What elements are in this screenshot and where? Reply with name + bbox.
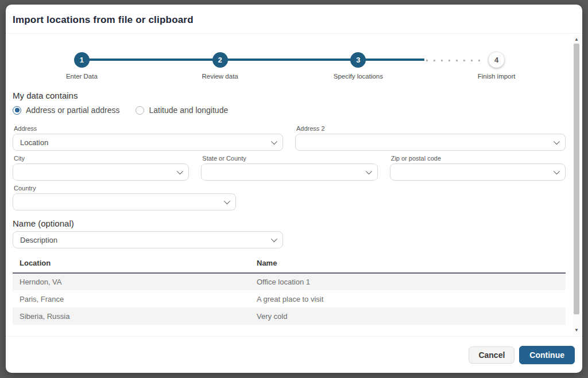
name-optional-heading: Name (optional) — [13, 219, 566, 228]
column-header-location: Location — [13, 254, 250, 273]
import-locations-dialog: Import locations from file or clipboard … — [6, 5, 582, 373]
country-label: Country — [14, 185, 236, 192]
step-4-circle: 4 — [489, 52, 504, 68]
address-select[interactable]: Location — [13, 134, 283, 151]
chevron-down-icon — [554, 168, 560, 174]
vertical-scrollbar[interactable]: ▲ ▼ — [573, 35, 580, 335]
cell-location: Herndon, VA — [13, 273, 250, 290]
address-select-value: Location — [20, 138, 266, 147]
radio-latlong[interactable]: Latitude and longitude — [136, 106, 228, 115]
step-1-label: Enter Data — [66, 73, 98, 80]
cell-location: Siberia, Russia — [13, 307, 250, 325]
import-stepper: 1 Enter Data 2 Review data 3 Specify loc… — [13, 41, 566, 81]
dialog-footer: Cancel Continue — [6, 336, 582, 373]
address2-label: Address 2 — [296, 125, 566, 132]
scrollbar-thumb[interactable] — [574, 44, 579, 314]
table-row: Paris, France A great place to visit — [13, 290, 566, 307]
state-select[interactable] — [201, 163, 377, 181]
step-finish-import: 4 Finish import — [427, 41, 566, 81]
scroll-up-arrow-icon[interactable]: ▲ — [573, 36, 580, 43]
continue-button[interactable]: Continue — [519, 346, 575, 364]
cell-name: Office location 1 — [250, 273, 566, 290]
radio-latlong-label: Latitude and longitude — [149, 106, 228, 115]
table-row: Siberia, Russia Very cold — [13, 307, 566, 325]
scroll-down-arrow-icon[interactable]: ▼ — [573, 327, 580, 334]
dialog-content: 1 Enter Data 2 Review data 3 Specify loc… — [6, 34, 582, 336]
step-1-circle: 1 — [74, 52, 90, 68]
address-label: Address — [14, 125, 283, 132]
step-4-label: Finish import — [478, 73, 516, 80]
step-2-circle: 2 — [212, 52, 228, 68]
city-label: City — [14, 155, 189, 162]
cancel-button[interactable]: Cancel — [469, 346, 514, 364]
cell-location: Paris, France — [13, 290, 250, 307]
address2-select[interactable] — [295, 134, 566, 151]
column-header-name: Name — [250, 254, 566, 273]
step-specify-locations: 3 Specify locations — [289, 41, 428, 81]
chevron-down-icon — [271, 138, 277, 145]
name-select-value: Description — [20, 236, 266, 244]
radio-button-icon[interactable] — [136, 106, 144, 115]
chevron-down-icon — [224, 198, 230, 204]
step-review-data: 2 Review data — [151, 41, 289, 81]
locations-preview-table: Location Name Herndon, VA Office locatio… — [13, 254, 566, 325]
step-3-label: Specify locations — [334, 73, 383, 80]
dialog-body: 1 Enter Data 2 Review data 3 Specify loc… — [6, 34, 582, 336]
dialog-header: Import locations from file or clipboard — [6, 5, 582, 34]
country-select[interactable] — [13, 193, 236, 211]
chevron-down-icon — [365, 168, 372, 174]
cell-name: Very cold — [250, 307, 566, 325]
data-type-radio-group: Address or partial address Latitude and … — [13, 106, 566, 115]
step-3-circle: 3 — [350, 52, 366, 68]
name-select[interactable]: Description — [13, 231, 283, 248]
city-select[interactable] — [13, 163, 189, 181]
step-2-label: Review data — [202, 73, 238, 80]
zip-select[interactable] — [390, 163, 566, 181]
table-row: Herndon, VA Office location 1 — [13, 273, 566, 290]
chevron-down-icon — [177, 168, 183, 174]
zip-label: Zip or postal code — [391, 155, 566, 162]
state-label: State or County — [202, 155, 377, 162]
radio-button-icon[interactable] — [13, 106, 21, 115]
data-contains-heading: My data contains — [13, 91, 566, 100]
radio-address-label: Address or partial address — [26, 106, 119, 115]
step-enter-data: 1 Enter Data — [13, 41, 151, 81]
cell-name: A great place to visit — [250, 290, 566, 307]
chevron-down-icon — [554, 138, 560, 145]
dialog-title: Import locations from file or clipboard — [13, 14, 575, 26]
radio-address[interactable]: Address or partial address — [13, 106, 119, 115]
chevron-down-icon — [271, 236, 277, 242]
